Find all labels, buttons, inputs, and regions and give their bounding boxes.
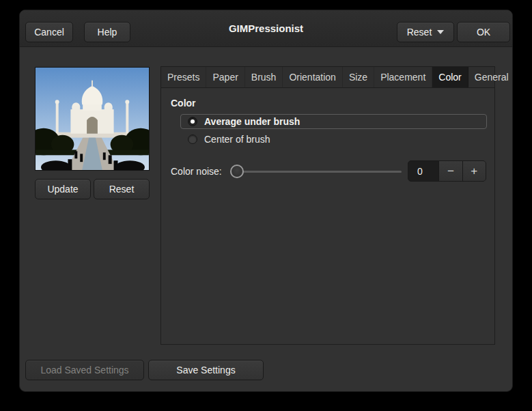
tab-size[interactable]: Size: [343, 67, 374, 87]
tab-color[interactable]: Color: [432, 67, 468, 87]
gimpressionist-dialog: Cancel Help GIMPressionist Reset OK: [19, 10, 513, 392]
radio-unselected-icon[interactable]: [188, 134, 197, 144]
reset-menu-label: Reset: [407, 27, 432, 38]
save-settings-button[interactable]: Save Settings: [148, 360, 264, 380]
reset-menu-button[interactable]: Reset: [397, 22, 454, 42]
color-noise-slider-handle[interactable]: [230, 165, 244, 178]
color-noise-spinbox: 0 − +: [408, 160, 486, 182]
preview-image: [36, 68, 149, 170]
plus-icon: +: [471, 165, 477, 177]
radio-average-under-brush[interactable]: Average under brush: [180, 114, 487, 129]
update-button[interactable]: Update: [35, 179, 91, 199]
radio-center-of-brush[interactable]: Center of brush: [180, 132, 487, 147]
spin-plus-button[interactable]: +: [462, 161, 486, 181]
color-noise-label: Color noise:: [171, 166, 222, 177]
tab-paper[interactable]: Paper: [206, 67, 244, 87]
help-button[interactable]: Help: [84, 22, 130, 42]
radio-center-label: Center of brush: [204, 134, 270, 145]
notebook-tab-bar: Presets Paper Brush Orientation Size Pla…: [161, 67, 494, 88]
tab-presets[interactable]: Presets: [161, 67, 206, 87]
preview-frame: [35, 67, 150, 171]
preview-reset-button[interactable]: Reset: [94, 179, 150, 199]
spin-minus-button[interactable]: −: [438, 161, 462, 181]
minus-icon: −: [447, 165, 454, 177]
tab-orientation[interactable]: Orientation: [283, 67, 342, 87]
headerbar: Cancel Help GIMPressionist Reset OK: [20, 10, 512, 47]
settings-notebook: Presets Paper Brush Orientation Size Pla…: [160, 66, 495, 345]
color-noise-value[interactable]: 0: [408, 161, 438, 181]
radio-average-label: Average under brush: [204, 116, 300, 127]
tab-brush[interactable]: Brush: [245, 67, 283, 87]
tab-general[interactable]: General: [468, 67, 513, 87]
ok-button[interactable]: OK: [457, 22, 510, 42]
cancel-button[interactable]: Cancel: [25, 22, 73, 42]
color-section-heading: Color: [171, 98, 196, 109]
load-saved-settings-button[interactable]: Load Saved Settings: [25, 360, 144, 380]
color-noise-slider-track[interactable]: [236, 171, 402, 173]
tab-placement[interactable]: Placement: [374, 67, 432, 87]
radio-selected-icon[interactable]: [188, 117, 197, 126]
chevron-down-icon: [437, 30, 444, 34]
